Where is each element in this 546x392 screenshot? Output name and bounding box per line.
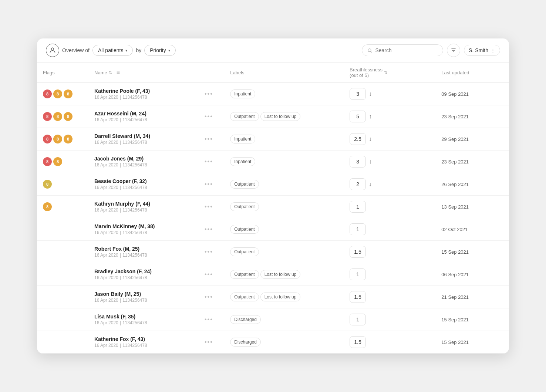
all-patients-button[interactable]: All patients ▾ xyxy=(92,45,133,56)
flag-badge: 8 xyxy=(64,89,73,98)
search-input[interactable] xyxy=(375,47,438,53)
row-menu-icon[interactable]: ••• xyxy=(205,316,213,322)
header-right: S. Smith ⋮ xyxy=(362,44,500,57)
row-menu-icon[interactable]: ••• xyxy=(205,181,213,187)
patient-name-cell[interactable]: Azar Hosseini (M, 24) 16 Apr 2020|113425… xyxy=(88,105,199,128)
patient-name-cell[interactable]: Jacob Jones (M, 29) 16 Apr 2020|11342564… xyxy=(88,151,199,173)
filter-icon xyxy=(451,47,456,53)
row-menu-icon[interactable]: ••• xyxy=(205,271,213,277)
labels-cell: Inpatient xyxy=(224,83,344,105)
header-left: Overview of All patients ▾ by Priority ▾ xyxy=(46,44,358,57)
table-row[interactable]: 888 Darrell Steward (M, 34) 16 Apr 2020|… xyxy=(37,128,509,151)
patient-name: Marvin McKinney (M, 38) xyxy=(94,223,193,229)
patient-name-cell[interactable]: Jason Baily (M, 25) 16 Apr 2020|11342564… xyxy=(88,286,199,308)
table-row[interactable]: Bradley Jackson (F, 24) 16 Apr 2020|1134… xyxy=(37,263,509,286)
trend-up-icon: ↑ xyxy=(369,113,372,120)
labels-cell: Outpatient xyxy=(224,196,344,218)
row-menu-cell[interactable]: ••• xyxy=(199,151,224,173)
row-menu-icon[interactable]: ••• xyxy=(205,249,213,255)
flag-badge: 8 xyxy=(43,202,52,211)
flag-badge: 8 xyxy=(53,112,62,121)
row-menu-cell[interactable]: ••• xyxy=(199,128,224,151)
search-box[interactable] xyxy=(362,44,443,56)
last-updated-value: 21 Sep 2021 xyxy=(441,294,469,300)
row-menu-cell[interactable]: ••• xyxy=(199,286,224,308)
breath-value: 1.5 xyxy=(350,246,366,258)
patient-name-cell[interactable]: Darrell Steward (M, 34) 16 Apr 2020|1134… xyxy=(88,128,199,151)
patient-name: Katherine Fox (F, 43) xyxy=(94,336,193,342)
svg-point-0 xyxy=(51,48,54,50)
patient-name-cell[interactable]: Bradley Jackson (F, 24) 16 Apr 2020|1134… xyxy=(88,263,199,286)
row-menu-icon[interactable]: ••• xyxy=(205,339,213,345)
table-row[interactable]: Jason Baily (M, 25) 16 Apr 2020|11342564… xyxy=(37,286,509,308)
col-menu-spacer xyxy=(199,62,224,83)
row-menu-cell[interactable]: ••• xyxy=(199,241,224,263)
breath-value: 5 xyxy=(350,111,366,122)
patient-name-cell[interactable]: Lisa Musk (F, 35) 16 Apr 2020|1134256478 xyxy=(88,308,199,331)
row-menu-cell[interactable]: ••• xyxy=(199,105,224,128)
breath-value: 1 xyxy=(350,223,366,235)
patient-meta: 16 Apr 2020|1134256478 xyxy=(94,117,193,122)
row-menu-cell[interactable]: ••• xyxy=(199,331,224,354)
row-menu-icon[interactable]: ••• xyxy=(205,158,213,165)
row-menu-cell[interactable]: ••• xyxy=(199,196,224,218)
col-last-updated: Last updated xyxy=(435,62,509,83)
row-menu-icon[interactable]: ••• xyxy=(205,136,213,142)
breathlessness-cell: 2↓ xyxy=(344,173,435,196)
row-menu-icon[interactable]: ••• xyxy=(205,113,213,119)
patient-name-cell[interactable]: Katherine Fox (F, 43) 16 Apr 2020|113425… xyxy=(88,331,199,354)
row-menu-cell[interactable]: ••• xyxy=(199,263,224,286)
table-row[interactable]: Lisa Musk (F, 35) 16 Apr 2020|1134256478… xyxy=(37,308,509,331)
row-menu-icon[interactable]: ••• xyxy=(205,226,213,232)
filter-button[interactable] xyxy=(447,44,460,57)
table-row[interactable]: 888 Azar Hosseini (M, 24) 16 Apr 2020|11… xyxy=(37,105,509,128)
flag-badge: 8 xyxy=(43,180,52,189)
by-label: by xyxy=(136,47,141,53)
patient-name-cell[interactable]: Kathryn Murphy (F, 44) 16 Apr 2020|11342… xyxy=(88,196,199,218)
last-updated-value: 15 Sep 2021 xyxy=(441,249,469,255)
patient-name-cell[interactable]: Marvin McKinney (M, 38) 16 Apr 2020|1134… xyxy=(88,218,199,241)
priority-button[interactable]: Priority ▾ xyxy=(144,45,176,56)
patient-meta: 16 Apr 2020|1134256478 xyxy=(94,320,193,325)
row-menu-icon[interactable]: ••• xyxy=(205,294,213,300)
label-tag: Inpatient xyxy=(230,135,255,143)
table-row[interactable]: 888 Katherine Poole (F, 43) 16 Apr 2020|… xyxy=(37,83,509,105)
table-row[interactable]: 88 Jacob Jones (M, 29) 16 Apr 2020|11342… xyxy=(37,151,509,173)
flags-cell xyxy=(37,263,88,286)
breath-value: 2 xyxy=(350,178,366,190)
col-name[interactable]: Name ⇅ ≡ xyxy=(88,62,199,83)
row-menu-cell[interactable]: ••• xyxy=(199,218,224,241)
labels-cell: Discharged xyxy=(224,331,344,354)
table-row[interactable]: 8 Kathryn Murphy (F, 44) 16 Apr 2020|113… xyxy=(37,196,509,218)
last-updated-value: 23 Sep 2021 xyxy=(441,159,469,165)
header: Overview of All patients ▾ by Priority ▾ xyxy=(37,38,509,62)
user-menu[interactable]: S. Smith ⋮ xyxy=(464,45,500,56)
patient-name: Bessie Cooper (F, 32) xyxy=(94,178,193,184)
table-row[interactable]: Robert Fox (M, 25) 16 Apr 2020|113425647… xyxy=(37,241,509,263)
row-menu-cell[interactable]: ••• xyxy=(199,83,224,105)
col-breathlessness[interactable]: Breathlessness (out of 5) ⇅ xyxy=(344,62,435,83)
last-updated-value: 26 Sep 2021 xyxy=(441,182,469,187)
patient-name-cell[interactable]: Bessie Cooper (F, 32) 16 Apr 2020|113425… xyxy=(88,173,199,196)
breath-value: 1 xyxy=(350,314,366,325)
table-row[interactable]: 8 Bessie Cooper (F, 32) 16 Apr 2020|1134… xyxy=(37,173,509,196)
svg-point-1 xyxy=(368,48,371,51)
row-menu-cell[interactable]: ••• xyxy=(199,173,224,196)
row-menu-icon[interactable]: ••• xyxy=(205,203,213,210)
patient-meta: 16 Apr 2020|1134256478 xyxy=(94,95,193,100)
patient-name-cell[interactable]: Robert Fox (M, 25) 16 Apr 2020|113425647… xyxy=(88,241,199,263)
patient-meta: 16 Apr 2020|1134256478 xyxy=(94,207,193,213)
labels-cell: Outpatient xyxy=(224,218,344,241)
table-row[interactable]: Katherine Fox (F, 43) 16 Apr 2020|113425… xyxy=(37,331,509,354)
patient-name-cell[interactable]: Katherine Poole (F, 43) 16 Apr 2020|1134… xyxy=(88,83,199,105)
last-updated-value: 09 Sep 2021 xyxy=(441,91,469,97)
row-menu-icon[interactable]: ••• xyxy=(205,91,213,97)
row-menu-cell[interactable]: ••• xyxy=(199,308,224,331)
label-tag: Outpatient xyxy=(230,202,259,211)
patient-name: Bradley Jackson (F, 24) xyxy=(94,268,193,274)
column-menu-icon[interactable]: ≡ xyxy=(117,69,120,76)
table-row[interactable]: Marvin McKinney (M, 38) 16 Apr 2020|1134… xyxy=(37,218,509,241)
patient-name: Lisa Musk (F, 35) xyxy=(94,314,193,320)
last-updated-value: 29 Sep 2021 xyxy=(441,136,469,142)
flags-cell xyxy=(37,308,88,331)
